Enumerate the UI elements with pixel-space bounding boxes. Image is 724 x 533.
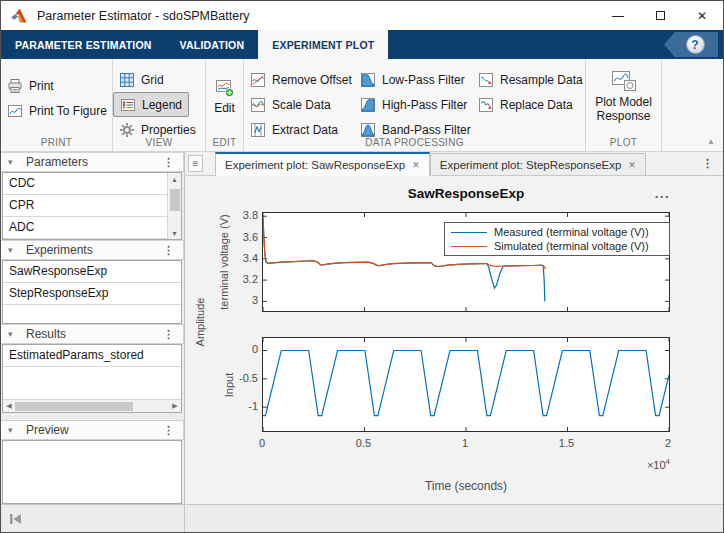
section-print: Print Print To Figure PRINT (1, 59, 113, 151)
tab-validation[interactable]: VALIDATION (166, 30, 259, 59)
collapse-icon[interactable]: ▾ (8, 245, 26, 255)
close-button[interactable]: ✕ (681, 1, 723, 30)
panel-menu-icon[interactable]: ⋮ (161, 244, 176, 257)
experiments-panel-header[interactable]: ▾ Experiments ⋮ (1, 240, 184, 260)
scroll-up-icon[interactable]: ▲ (171, 173, 178, 185)
high-pass-filter-icon (360, 97, 376, 113)
tab-bar-menu-icon[interactable]: ⋮ (692, 157, 723, 170)
help-button[interactable]: ? (664, 32, 718, 57)
edit-label: Edit (214, 102, 235, 116)
scrollbar-thumb[interactable] (170, 189, 180, 211)
band-pass-filter-icon (360, 122, 376, 138)
vertical-scrollbar[interactable]: ▲ ▼ (167, 173, 181, 239)
print-label: Print (29, 79, 54, 93)
results-panel-header[interactable]: ▾ Results ⋮ (1, 324, 184, 344)
print-to-figure-button[interactable]: Print To Figure (1, 98, 112, 123)
scale-data-icon (250, 97, 266, 113)
maximize-button[interactable] (639, 1, 681, 30)
low-pass-filter-button[interactable]: Low-Pass Filter (354, 67, 472, 92)
high-pass-filter-button[interactable]: High-Pass Filter (354, 92, 472, 117)
tab-label: VALIDATION (180, 39, 245, 51)
list-item[interactable]: EstimatedParams_stored (3, 345, 181, 367)
minimize-button[interactable]: — (597, 1, 639, 30)
resample-data-icon (478, 72, 494, 88)
close-tab-icon[interactable]: ✕ (628, 160, 636, 170)
scrollbar-thumb[interactable] (15, 402, 133, 411)
close-tab-icon[interactable]: ✕ (412, 160, 420, 170)
scale-data-label: Scale Data (272, 98, 331, 112)
y-tick-label: 3 (226, 294, 258, 306)
horizontal-scrollbar[interactable]: ◀ ▶ (3, 399, 181, 412)
tab-experiment-plot-sawresponseexp[interactable]: Experiment plot: SawResponseExp ✕ (215, 152, 430, 176)
low-pass-filter-label: Low-Pass Filter (382, 73, 465, 87)
collapse-sidebar-icon[interactable] (9, 513, 23, 525)
section-data-processing-label: DATA PROCESSING (244, 137, 585, 148)
tab-label: EXPERIMENT PLOT (272, 39, 374, 51)
x-tick-label: 2 (665, 437, 671, 449)
main-area: ▾ Parameters ⋮ CDC CPR ADC ▲ ▼ ▾ (1, 152, 723, 504)
panel-menu-icon[interactable]: ⋮ (161, 328, 176, 341)
ribbon-toolbar: Print Print To Figure PRINT Grid Legend … (1, 59, 723, 152)
legend-entry-measured: Measured (terminal voltage (V)) (451, 226, 663, 238)
replace-data-button[interactable]: Replace Data (472, 92, 584, 117)
collapse-icon[interactable]: ▾ (8, 425, 26, 435)
list-item[interactable]: ADC (3, 217, 167, 239)
remove-offset-button[interactable]: Remove Offset (244, 67, 354, 92)
document-bar-icon[interactable]: ≡ (188, 155, 203, 172)
tab-parameter-estimation[interactable]: PARAMETER ESTIMATION (1, 30, 166, 59)
x-tick-label: 0 (259, 437, 265, 449)
preview-box (2, 440, 182, 504)
replace-data-label: Replace Data (500, 98, 573, 112)
list-item[interactable]: StepResponseExp (3, 283, 181, 305)
list-item[interactable]: CDC (3, 173, 167, 195)
preview-panel-title: Preview (26, 423, 161, 437)
parameters-panel-title: Parameters (26, 155, 161, 169)
list-item[interactable]: CPR (3, 195, 167, 217)
y-tick-label: 3.8 (226, 209, 258, 221)
resample-data-button[interactable]: Resample Data (472, 67, 584, 92)
amplitude-axis-label: Amplitude (191, 212, 209, 432)
status-bar (1, 504, 723, 532)
gear-icon (119, 122, 135, 138)
plot-legend[interactable]: Measured (terminal voltage (V)) Simulate… (444, 222, 670, 256)
results-list: EstimatedParams_stored ◀ ▶ (2, 344, 182, 413)
help-icon: ? (686, 35, 705, 54)
low-pass-filter-icon (360, 72, 376, 88)
grid-label: Grid (141, 73, 164, 87)
scroll-right-icon[interactable]: ▶ (169, 402, 181, 410)
panel-gap (1, 413, 184, 420)
panel-menu-icon[interactable]: ⋮ (161, 424, 176, 437)
amplitude-axis-label-text: Amplitude (194, 298, 206, 347)
section-view: Grid Legend Properties VIEW (113, 59, 206, 151)
parameters-panel-header[interactable]: ▾ Parameters ⋮ (1, 152, 184, 172)
ribbon-tab-bar: PARAMETER ESTIMATION VALIDATION EXPERIME… (1, 30, 723, 59)
doc-tab-label: Experiment plot: SawResponseExp (225, 159, 405, 171)
collapse-icon[interactable]: ▾ (8, 329, 26, 339)
document-area: ≡ Experiment plot: SawResponseExp ✕ Expe… (185, 152, 723, 504)
exponent-power: 4 (666, 457, 670, 466)
band-pass-filter-label: Band-Pass Filter (382, 123, 471, 137)
scroll-down-icon[interactable]: ▼ (171, 227, 178, 239)
plot-model-response-icon (611, 70, 637, 92)
plot-options-icon[interactable]: ... (640, 186, 670, 201)
exponent-base: ×10 (647, 459, 666, 471)
collapse-ribbon-icon[interactable]: ▲ (707, 137, 715, 146)
legend-label: Simulated (terminal voltage (V)) (494, 240, 649, 252)
input-axes[interactable] (262, 337, 670, 432)
results-panel-title: Results (26, 327, 161, 341)
print-button[interactable]: Print (1, 73, 112, 98)
high-pass-filter-label: High-Pass Filter (382, 98, 467, 112)
document-tab-bar: ≡ Experiment plot: SawResponseExp ✕ Expe… (185, 152, 723, 176)
legend-button[interactable]: Legend (113, 92, 189, 117)
tab-experiment-plot[interactable]: EXPERIMENT PLOT (258, 30, 388, 59)
scale-data-button[interactable]: Scale Data (244, 92, 354, 117)
scroll-left-icon[interactable]: ◀ (3, 402, 15, 410)
grid-button[interactable]: Grid (113, 67, 205, 92)
list-item[interactable]: SawResponseExp (3, 261, 181, 283)
collapse-icon[interactable]: ▾ (8, 157, 26, 167)
sidebar: ▾ Parameters ⋮ CDC CPR ADC ▲ ▼ ▾ (1, 152, 185, 504)
extract-data-icon (250, 122, 266, 138)
tab-experiment-plot-stepresponseexp[interactable]: Experiment plot: StepResponseExp ✕ (430, 153, 646, 175)
panel-menu-icon[interactable]: ⋮ (161, 156, 176, 169)
preview-panel-header[interactable]: ▾ Preview ⋮ (1, 420, 184, 440)
